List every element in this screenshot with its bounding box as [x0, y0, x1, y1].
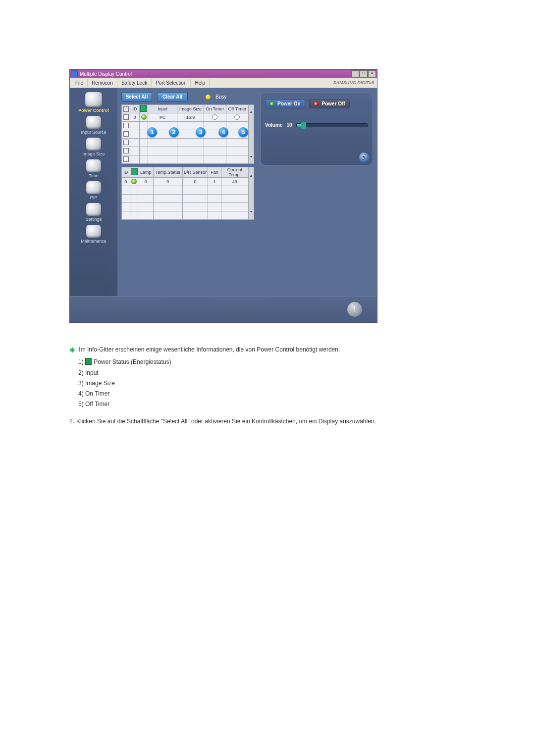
power-on-led-icon [269, 101, 274, 106]
sidebar-item-label: Input Source [74, 130, 113, 135]
busy-indicator-icon [206, 95, 211, 100]
power-off-label: Power Off [321, 101, 345, 106]
power-panel: Power On Power Off Volume 10 [260, 92, 373, 165]
table-row[interactable] [122, 211, 254, 220]
sidebar-item-label: Time [74, 173, 113, 178]
menu-port-selection[interactable]: Port Selection [152, 79, 191, 87]
col-on-timer[interactable]: On Timer [204, 105, 226, 113]
app-icon [71, 70, 78, 77]
power-off-led-icon [314, 101, 319, 106]
titlebar: Multiple Display Control _ □ × [70, 70, 377, 78]
maximize-button[interactable]: □ [360, 70, 368, 77]
menubar: File Remocon Safety Lock Port Selection … [70, 78, 377, 88]
table-row[interactable] [122, 203, 254, 211]
col-br-sensor[interactable]: B/R Sensor [182, 167, 208, 178]
row-checkbox[interactable] [123, 156, 129, 162]
sidebar: Power Control Input Source Image Size Ti… [70, 88, 117, 296]
sidebar-item-time[interactable]: Time [74, 159, 113, 178]
minimize-button[interactable]: _ [351, 70, 359, 77]
power-off-button[interactable]: Power Off [309, 99, 349, 108]
toolbar: Select All Clear All Busy [121, 92, 255, 101]
settings-icon [86, 203, 101, 216]
volume-slider[interactable] [296, 123, 368, 127]
explanation: ✱ Im Info-Gitter erscheinen einige wesen… [69, 344, 485, 427]
cell-id: 0 [130, 113, 140, 122]
row-checkbox[interactable] [123, 148, 129, 153]
grid-scrollbar[interactable]: ▲▼ [249, 167, 254, 220]
row-checkbox[interactable] [123, 140, 129, 145]
table-row[interactable] [122, 186, 254, 195]
col-temp-status[interactable]: Temp.Status [154, 167, 183, 178]
brand-logo: SAMSUNG DIGITall [333, 80, 377, 85]
sidebar-item-pip[interactable]: PIP [74, 181, 113, 200]
menu-remocon[interactable]: Remocon [88, 79, 117, 87]
table-row[interactable] [122, 147, 254, 155]
col-input[interactable]: Input [148, 105, 177, 113]
explain-list: 1) Power Status (Energiestatus) 2) Input… [69, 357, 485, 409]
close-button[interactable]: × [368, 70, 376, 77]
sidebar-item-input-source[interactable]: Input Source [74, 116, 113, 135]
window-title: Multiple Display Control [80, 71, 132, 77]
menu-safety-lock[interactable]: Safety Lock [117, 79, 152, 87]
table-row[interactable]: 0 0 0 0 1 49 [122, 178, 254, 186]
col-id[interactable]: ID [130, 105, 140, 113]
power-on-label: Power On [277, 101, 301, 106]
sidebar-item-power-control[interactable]: Power Control [74, 92, 113, 113]
col-fan[interactable]: Fan [208, 167, 221, 178]
input-source-icon [86, 116, 101, 129]
menu-help[interactable]: Help [191, 79, 210, 87]
sidebar-item-label: Image Size [74, 151, 113, 156]
sidebar-item-label: Settings [74, 217, 113, 222]
table-row[interactable]: 0 PC 16:9 [122, 113, 254, 122]
power-on-button[interactable]: Power On [265, 99, 305, 108]
cell-temp-status: 0 [154, 178, 183, 186]
sidebar-item-maintenance[interactable]: Maintenance [74, 225, 113, 244]
list-item: Input [85, 369, 99, 376]
pip-icon [86, 181, 101, 194]
window-controls: _ □ × [351, 70, 376, 77]
table-row[interactable] [122, 195, 254, 203]
sidebar-item-label: PIP [74, 195, 113, 200]
row-checkbox[interactable] [123, 114, 129, 120]
table-row[interactable] [122, 155, 254, 164]
col-id[interactable]: ID [122, 167, 130, 178]
callout-3: 3 [196, 127, 206, 137]
cell-current-temp: 49 [221, 178, 249, 186]
select-all-checkbox[interactable] [123, 106, 129, 112]
cell-id: 0 [122, 178, 130, 186]
col-current-temp[interactable]: Current Temp. [221, 167, 249, 178]
busy-label: Busy [215, 94, 226, 100]
callout-2: 2 [169, 127, 179, 137]
cell-image-size: 16:9 [177, 113, 204, 122]
volume-label: Volume [265, 122, 282, 128]
list-item: On Timer [85, 390, 109, 397]
speaker-icon[interactable]: 🔊 [359, 152, 369, 162]
star-icon: ✱ [69, 345, 75, 355]
callout-5: 5 [238, 127, 248, 137]
explain-step2: Klicken Sie auf die Schaltfläche "Select… [76, 417, 376, 426]
sidebar-item-label: Maintenance [74, 239, 113, 244]
select-all-button[interactable]: Select All [121, 92, 152, 101]
app-window: Multiple Display Control _ □ × File Remo… [69, 69, 377, 323]
col-lamp[interactable]: Lamp [138, 167, 154, 178]
on-timer-icon [212, 114, 217, 120]
sidebar-item-image-size[interactable]: Image Size [74, 138, 113, 156]
image-size-icon [86, 138, 101, 151]
status-grid[interactable]: ID Lamp Temp.Status B/R Sensor Fan Curre… [121, 167, 254, 220]
sidebar-item-label: Power Control [74, 108, 113, 113]
col-off-timer[interactable]: Off Timer [226, 105, 248, 113]
cell-br-sensor: 0 [182, 178, 208, 186]
callout-4: 4 [218, 127, 228, 137]
volume-value: 10 [286, 122, 292, 128]
info-icon[interactable]: ! [347, 302, 362, 317]
power-on-icon [141, 114, 147, 120]
menu-file[interactable]: File [71, 79, 88, 87]
cell-fan: 1 [208, 178, 221, 186]
power-on-icon [131, 179, 137, 184]
sidebar-item-settings[interactable]: Settings [74, 203, 113, 222]
maintenance-icon [86, 225, 101, 238]
col-image-size[interactable]: Image Size [177, 105, 204, 113]
power-status-icon [85, 358, 92, 365]
clear-all-button[interactable]: Clear All [157, 92, 188, 101]
power-control-icon [85, 92, 102, 107]
